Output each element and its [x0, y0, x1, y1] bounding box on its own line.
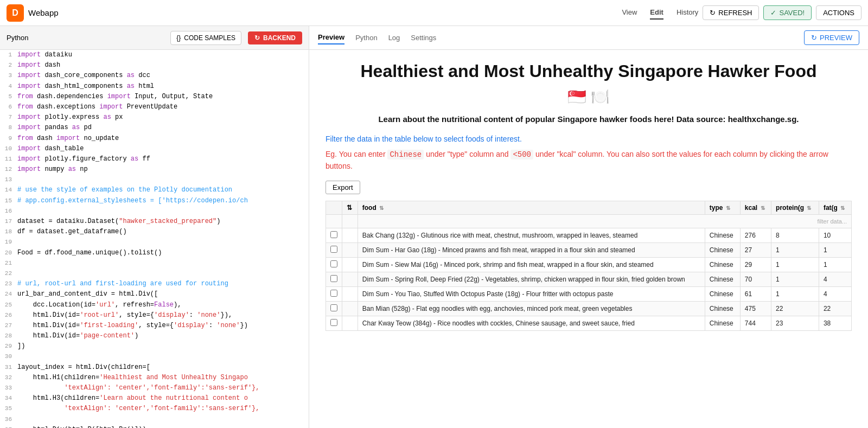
cell-fat: 38 [819, 316, 851, 331]
code-line: 10import dash_table [0, 144, 309, 154]
refresh-icon: ↻ [710, 9, 716, 17]
code-line: 7import plotly.express as px [0, 112, 309, 123]
code-line: 9from dash import no_update [0, 133, 309, 144]
nav-view[interactable]: View [622, 6, 637, 20]
cell-type: Chinese [705, 272, 740, 287]
data-table: ⇅ food ⇅ type ⇅ kcal ⇅ protein(g ⇅ fat(g… [326, 201, 852, 331]
cell-kcal: 475 [740, 302, 771, 316]
cell-type: Chinese [705, 228, 740, 243]
code-line: 14# use the style of examples on the Plo… [0, 185, 309, 195]
cell-fat: 22 [819, 302, 851, 316]
row-checkbox[interactable] [326, 272, 342, 287]
code-line: 3import dash_core_components as dcc [0, 71, 309, 81]
nav-edit[interactable]: Edit [650, 6, 663, 20]
language-label: Python [7, 34, 164, 42]
code-line: 15# app.config.external_stylesheets = ['… [0, 196, 309, 206]
code-line: 18df = dataset.get_dataframe() [0, 227, 309, 237]
preview-title: Healthiest and Most Unhealthy Singapore … [326, 61, 852, 81]
code-line: 25 dcc.Location(id='url', refresh=False)… [0, 300, 309, 310]
code-line: 2import dash [0, 60, 309, 71]
col-sort: ⇅ [342, 201, 358, 215]
table-row: Bak Chang (132g) - Glutinous rice with m… [326, 228, 852, 243]
cell-kcal: 29 [740, 258, 771, 272]
cell-fat: 1 [819, 258, 851, 272]
export-button[interactable]: Export [326, 181, 360, 194]
row-checkbox[interactable] [326, 243, 342, 258]
col-food: food ⇅ [358, 201, 705, 215]
row-checkbox[interactable] [326, 228, 342, 243]
code-line: 6from dash.exceptions import PreventUpda… [0, 102, 309, 112]
code-line: 13 [0, 175, 309, 185]
filter-label: Filter the data in the table below to se… [326, 135, 852, 143]
preview-button[interactable]: ↻ PREVIEW [804, 30, 859, 45]
nav-history[interactable]: History [676, 6, 698, 20]
preview-subtitle: Learn about the nutritional content of p… [355, 114, 822, 124]
row-checkbox[interactable] [326, 287, 342, 302]
code-line: 31layout_index = html.Div(children=[ [0, 362, 309, 373]
cell-food: Bak Chang (132g) - Glutinous rice with m… [358, 228, 705, 243]
cell-type: Chinese [705, 258, 740, 272]
cell-type: Chinese [705, 287, 740, 302]
cell-protein: 1 [771, 258, 819, 272]
cell-food: Ban Mian (528g) - Flat egg noodles with … [358, 302, 705, 316]
app-title: Webapp [28, 8, 617, 17]
tab-python[interactable]: Python [355, 31, 377, 44]
backend-button[interactable]: ↻ BACKEND [248, 31, 302, 44]
preview-content: Healthiest and Most Unhealthy Singapore … [309, 50, 868, 428]
code-line: 35 'textAlign': 'center','font-family':'… [0, 404, 309, 414]
table-row: Dim Sum - You Tiao, Stuffed With Octopus… [326, 287, 852, 302]
code-line: 1import dataiku [0, 50, 309, 60]
code-line: 26 html.Div(id='root-url', style={'displ… [0, 310, 309, 321]
saved-check-icon: ✓ [770, 9, 776, 17]
left-panel: Python {} CODE SAMPLES ↻ BACKEND 1import… [0, 26, 309, 428]
tab-settings[interactable]: Settings [411, 31, 436, 44]
actions-button[interactable]: ACTIONS [816, 5, 861, 20]
cell-type: Chinese [705, 243, 740, 258]
cell-kcal: 27 [740, 243, 771, 258]
col-fat: fat(g ⇅ [819, 201, 851, 215]
filter-description: Eg. You can enter Chinese under "type" c… [326, 149, 852, 172]
code-line: 36 [0, 414, 309, 425]
top-nav: View Edit History [622, 6, 698, 20]
main-layout: Python {} CODE SAMPLES ↻ BACKEND 1import… [0, 26, 868, 428]
cell-fat: 10 [819, 228, 851, 243]
row-checkbox[interactable] [326, 302, 342, 316]
code-line: 29]) [0, 341, 309, 352]
code-line: 37 html.Div(html.P([html.Br()])) [0, 425, 309, 428]
code-samples-button[interactable]: {} CODE SAMPLES [170, 31, 241, 45]
code-line: 33 'textAlign': 'center','font-family':'… [0, 383, 309, 393]
code-line: 4import dash_html_components as html [0, 81, 309, 92]
code-line: 19 [0, 237, 309, 247]
table-row: Dim Sum - Siew Mai (16g) - Minced pork, … [326, 258, 852, 272]
code-braces-icon: {} [176, 34, 181, 42]
tab-preview[interactable]: Preview [318, 31, 344, 44]
code-line: 5from dash.dependencies import Input, Ou… [0, 92, 309, 102]
refresh-button[interactable]: ↻ REFRESH [703, 5, 759, 20]
code-line: 16 [0, 206, 309, 216]
code-line: 22 [0, 269, 309, 279]
saved-button[interactable]: ✓ SAVED! [763, 5, 812, 20]
code-line: 27 html.Div(id='first-loading', style={'… [0, 321, 309, 331]
tab-log[interactable]: Log [388, 31, 400, 44]
cell-food: Dim Sum - Spring Roll, Deep Fried (22g) … [358, 272, 705, 287]
code-line: 23# url, root-url and first-loading are … [0, 279, 309, 289]
code-line: 12import numpy as np [0, 164, 309, 175]
right-toolbar: Preview Python Log Settings ↻ PREVIEW [309, 26, 868, 50]
cell-protein: 8 [771, 228, 819, 243]
code-line: 11import plotly.figure_factory as ff [0, 154, 309, 164]
code-editor[interactable]: 1import dataiku 2import dash 3import das… [0, 50, 309, 428]
col-type: type ⇅ [705, 201, 740, 215]
cell-fat: 4 [819, 272, 851, 287]
row-checkbox[interactable] [326, 258, 342, 272]
cell-protein: 1 [771, 243, 819, 258]
cell-food: Dim Sum - Har Gao (18g) - Minced prawns … [358, 243, 705, 258]
app-icon: D [7, 4, 24, 22]
cell-food: Dim Sum - Siew Mai (16g) - Minced pork, … [358, 258, 705, 272]
row-checkbox[interactable] [326, 316, 342, 331]
cell-kcal: 70 [740, 272, 771, 287]
cell-kcal: 276 [740, 228, 771, 243]
left-toolbar: Python {} CODE SAMPLES ↻ BACKEND [0, 26, 309, 50]
cell-fat: 1 [819, 243, 851, 258]
code-line: 8import pandas as pd [0, 123, 309, 133]
code-line: 24url_bar_and_content_div = html.Div([ [0, 289, 309, 299]
